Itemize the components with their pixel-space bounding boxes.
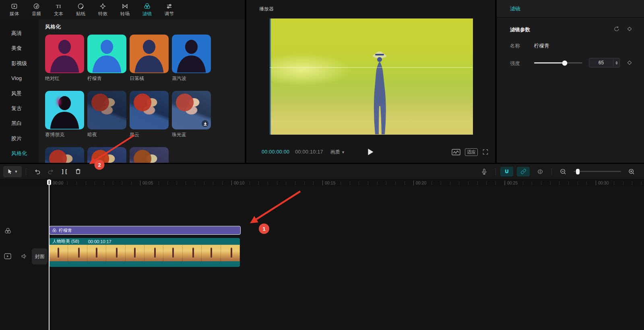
scopes-icon[interactable] (452, 149, 460, 156)
person-silhouette-icon (45, 35, 84, 73)
strength-slider[interactable] (534, 62, 582, 64)
slider-knob[interactable] (562, 60, 567, 66)
play-button[interactable] (368, 149, 374, 155)
tab-sticker[interactable]: 贴纸 (70, 3, 92, 17)
tab-audio[interactable]: 音频 (25, 3, 47, 17)
chevron-down-icon: ▼ (14, 170, 18, 174)
strength-label: 强度 (510, 60, 520, 67)
delete-button[interactable] (71, 168, 85, 175)
split-icon: ][ (61, 168, 68, 175)
filter-card[interactable]: 柠檬青 (87, 35, 126, 82)
ruler-label: 00:20 (413, 180, 426, 185)
filter-name: 珠光蓝 (172, 131, 211, 138)
audio-icon (33, 3, 40, 10)
filter-icon (144, 3, 151, 10)
tab-adjust[interactable]: 调节 (158, 3, 180, 17)
video-track-icon[interactable] (4, 253, 11, 261)
video-clip-header: 人物唯美 (58) 00:00:10:17 (49, 238, 240, 245)
filter-card[interactable]: 日落橘 (130, 35, 169, 82)
stepper-down-icon[interactable] (615, 63, 618, 65)
player-panel: 播放器 00:00:00:00 00:00:10:17 画质 ▼ 适应 (246, 0, 495, 163)
tab-transition[interactable]: 转场 (114, 3, 136, 17)
filter-name: 柠檬青 (87, 75, 126, 82)
playhead[interactable] (49, 179, 50, 330)
filter-card[interactable] (130, 147, 169, 163)
fullscreen-icon[interactable] (482, 149, 489, 155)
select-tool-button[interactable]: ▼ (3, 166, 22, 177)
cover-button[interactable]: 封面 (32, 248, 47, 264)
filter-card[interactable]: 星云 (130, 91, 169, 138)
record-voiceover-button[interactable] (477, 168, 491, 175)
name-label: 名称 (510, 43, 520, 49)
filter-card[interactable]: 暗夜 (87, 91, 126, 138)
filter-name: 赛博朋克 (45, 131, 84, 138)
tab-audio-label: 音频 (32, 11, 41, 17)
category-stylized[interactable]: 风格化 (0, 146, 39, 161)
strength-input[interactable]: 65 (589, 58, 620, 68)
neon-glow (56, 96, 62, 108)
filter-name: 暗夜 (87, 131, 126, 138)
mute-track-icon[interactable] (21, 253, 27, 261)
player-controls: 00:00:00:00 00:00:10:17 画质 ▼ 适应 (246, 146, 495, 158)
filter-card[interactable]: 绝对红 (45, 35, 84, 82)
category-film[interactable]: 胶片 (0, 131, 39, 146)
filter-section-title: 风格化 (45, 23, 245, 31)
undo-button[interactable] (30, 168, 44, 175)
link-toggle[interactable] (517, 167, 530, 176)
ruler-label: 00:30 (596, 180, 609, 185)
zoom-slider-knob[interactable] (576, 169, 580, 174)
ruler-label: 00:00 (50, 180, 63, 185)
quality-dropdown[interactable]: 画质 ▼ (330, 149, 345, 156)
timeline-zoom-slider[interactable] (574, 171, 621, 172)
fit-button[interactable]: 适应 (465, 148, 478, 156)
filter-card[interactable] (87, 147, 126, 163)
filter-card[interactable]: 蒸汽波 (172, 35, 211, 82)
category-scenery[interactable]: 风景 (0, 86, 39, 101)
split-button[interactable]: ][ (58, 168, 71, 175)
keyframe-icon[interactable] (626, 59, 633, 66)
video-clip[interactable]: 人物唯美 (58) 00:00:10:17 (49, 238, 240, 267)
media-library-panel: 媒体 音频 TI 文本 贴纸 特效 转场 (0, 0, 245, 163)
zoom-out-button[interactable] (556, 168, 570, 175)
category-bw[interactable]: 黑白 (0, 116, 39, 131)
timeline-ruler[interactable]: 00:00 00:05 00:10 00:15 00:20 00:25 00:3… (0, 179, 644, 187)
stepper-up-icon[interactable] (615, 61, 618, 63)
transition-icon (122, 3, 128, 10)
snap-magnet-toggle[interactable] (500, 167, 513, 176)
filter-card[interactable] (45, 147, 84, 163)
preview-axis-toggle[interactable] (533, 168, 547, 175)
redo-button[interactable] (44, 168, 58, 175)
person-silhouette-icon (130, 35, 169, 73)
category-vlog[interactable]: Vlog (0, 71, 39, 86)
download-icon[interactable] (202, 120, 208, 127)
tab-text[interactable]: TI 文本 (47, 3, 70, 17)
category-food[interactable]: 美食 (0, 41, 39, 55)
cursor-icon (7, 168, 13, 174)
tab-media[interactable]: 媒体 (3, 3, 25, 17)
ruler-label: 00:10 (231, 180, 244, 185)
filter-icon (52, 228, 57, 233)
media-icon (11, 3, 18, 10)
inspector-panel: 滤镜 滤镜参数 名称 柠檬青 强度 (497, 0, 644, 163)
filter-name-value: 柠檬青 (534, 43, 549, 49)
strength-value: 65 (589, 60, 613, 66)
keyframe-icon[interactable] (626, 26, 633, 32)
reset-icon[interactable] (613, 26, 620, 32)
filter-grid: 风格化 绝对红 柠檬青 日落橘 蒸汽波 (39, 19, 245, 163)
category-retro[interactable]: 复古 (0, 101, 39, 116)
adjust-icon (166, 3, 173, 10)
playhead-handle[interactable] (47, 180, 51, 185)
tab-effects[interactable]: 特效 (92, 3, 114, 17)
stepper-control[interactable] (613, 58, 619, 67)
zoom-in-button[interactable] (625, 168, 638, 175)
video-clip-title: 人物唯美 (58) (52, 238, 79, 244)
filter-clip[interactable]: 柠檬青 (49, 226, 241, 235)
tab-filters[interactable]: 滤镜 (136, 3, 158, 17)
inspector-tab-filter[interactable]: 滤镜 (510, 5, 520, 12)
category-cinematic[interactable]: 影视级 (0, 56, 39, 71)
filter-card[interactable]: 赛博朋克 (45, 91, 84, 138)
tab-transition-label: 转场 (120, 11, 130, 17)
filter-category-list: 高清 美食 影视级 Vlog 风景 复古 黑白 胶片 风格化 (0, 19, 39, 163)
category-hd[interactable]: 高清 (0, 26, 39, 41)
filter-card[interactable]: 珠光蓝 (172, 91, 211, 138)
